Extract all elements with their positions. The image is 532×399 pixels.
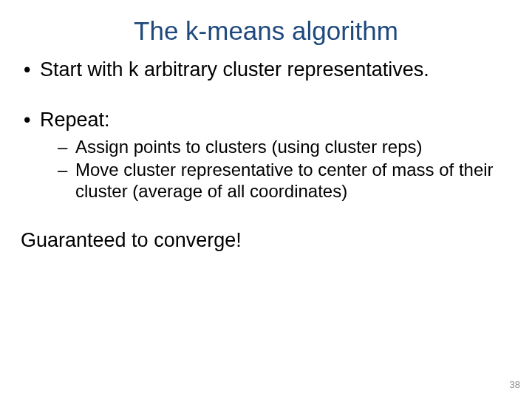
bullet-item: Start with k arbitrary cluster represent…: [21, 58, 511, 83]
slide: The k-means algorithm Start with k arbit…: [0, 0, 532, 399]
slide-body: Start with k arbitrary cluster represent…: [0, 46, 532, 253]
page-number: 38: [510, 379, 520, 390]
bullet-text: Repeat:: [40, 109, 110, 131]
slide-title: The k-means algorithm: [0, 0, 532, 46]
bullet-list: Start with k arbitrary cluster represent…: [21, 58, 511, 202]
sub-bullet-item: Assign points to clusters (using cluster…: [40, 136, 511, 157]
sub-bullet-item: Move cluster representative to center of…: [40, 159, 511, 202]
sub-bullet-text: Move cluster representative to center of…: [75, 160, 494, 201]
sub-bullet-text: Assign points to clusters (using cluster…: [75, 137, 423, 157]
bullet-item: Repeat: Assign points to clusters (using…: [21, 108, 511, 202]
bullet-text: Start with k arbitrary cluster represent…: [40, 58, 429, 81]
closing-text: Guaranteed to converge!: [21, 228, 511, 253]
sub-bullet-list: Assign points to clusters (using cluster…: [40, 136, 511, 202]
